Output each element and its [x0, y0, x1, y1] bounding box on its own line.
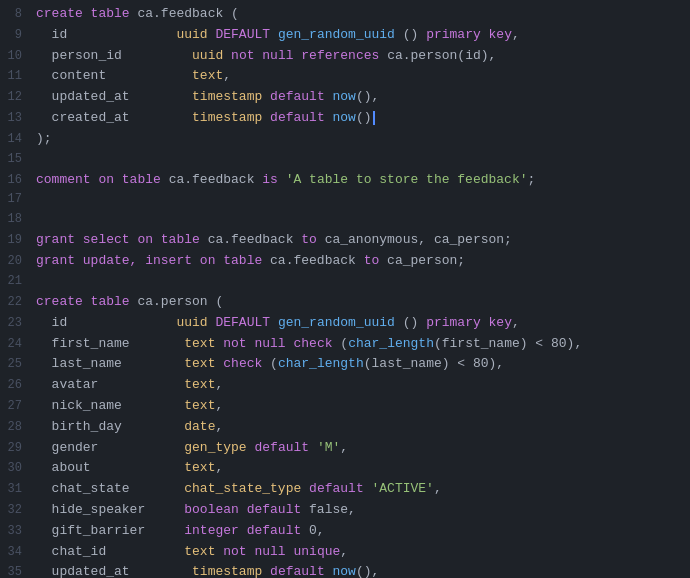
token	[122, 419, 184, 434]
token: DEFAULT	[208, 315, 278, 330]
token: text	[184, 398, 215, 413]
line-number: 10	[0, 47, 22, 66]
token: char_length	[278, 356, 364, 371]
token	[262, 89, 270, 104]
token	[98, 440, 184, 455]
line-number: 24	[0, 335, 22, 354]
code-line: 19grant select on table ca.feedback to c…	[0, 230, 690, 251]
token	[301, 481, 309, 496]
code-line: 29 gender gen_type default 'M',	[0, 438, 690, 459]
token: 0,	[301, 523, 324, 538]
token: 'ACTIVE'	[372, 481, 434, 496]
line-number: 19	[0, 231, 22, 250]
code-line: 8create table ca.feedback (	[0, 4, 690, 25]
code-editor: 8create table ca.feedback (9 id uuid DEF…	[0, 0, 690, 578]
token: grant select on table	[36, 232, 200, 247]
token: (	[262, 356, 278, 371]
token: uuid	[176, 27, 207, 42]
token	[91, 460, 185, 475]
token: default	[270, 564, 325, 578]
token: text	[184, 460, 215, 475]
line-number: 26	[0, 376, 22, 395]
token: text	[184, 377, 215, 392]
line-content: content text,	[36, 66, 678, 87]
token: chat_id	[36, 544, 106, 559]
line-content: gender gen_type default 'M',	[36, 438, 678, 459]
code-line: 32 hide_speaker boolean default false,	[0, 500, 690, 521]
token	[98, 377, 184, 392]
line-number: 23	[0, 314, 22, 333]
token	[130, 564, 192, 578]
token: primary key	[426, 315, 512, 330]
code-line: 18	[0, 210, 690, 230]
token: ,	[215, 398, 223, 413]
token: (),	[356, 89, 379, 104]
token: first_name	[36, 336, 130, 351]
line-content: updated_at timestamp default now(),	[36, 562, 678, 578]
code-line: 30 about text,	[0, 458, 690, 479]
token: (last_name) < 80),	[364, 356, 504, 371]
token: to	[364, 253, 380, 268]
token: chat_state	[36, 481, 130, 496]
token: ca.feedback	[262, 253, 363, 268]
line-number: 25	[0, 355, 22, 374]
token	[122, 398, 184, 413]
token: nick_name	[36, 398, 122, 413]
token	[130, 481, 185, 496]
token: ca.feedback (	[130, 6, 239, 21]
code-line: 13 created_at timestamp default now()	[0, 108, 690, 129]
line-content: created_at timestamp default now()	[36, 108, 678, 129]
token: not null	[223, 336, 285, 351]
text-cursor	[373, 111, 375, 125]
token: 'M'	[317, 440, 340, 455]
code-line: 11 content text,	[0, 66, 690, 87]
code-line: 28 birth_day date,	[0, 417, 690, 438]
token	[325, 89, 333, 104]
token: default	[247, 523, 302, 538]
line-number: 31	[0, 480, 22, 499]
token: gender	[36, 440, 98, 455]
line-content: updated_at timestamp default now(),	[36, 87, 678, 108]
line-number: 8	[0, 5, 22, 24]
token: uuid	[176, 315, 207, 330]
token: ,	[340, 544, 348, 559]
token: create table	[36, 294, 130, 309]
token: id	[36, 27, 67, 42]
token: text	[184, 356, 215, 371]
line-number: 33	[0, 522, 22, 541]
line-content: id uuid DEFAULT gen_random_uuid () prima…	[36, 25, 678, 46]
token: now	[333, 564, 356, 578]
token: ,	[340, 440, 348, 455]
code-line: 34 chat_id text not null unique,	[0, 542, 690, 563]
line-content: birth_day date,	[36, 417, 678, 438]
code-line: 35 updated_at timestamp default now(),	[0, 562, 690, 578]
token: default	[254, 440, 309, 455]
token: ,	[215, 419, 223, 434]
token: uuid	[192, 48, 223, 63]
line-content: chat_id text not null unique,	[36, 542, 678, 563]
token	[239, 523, 247, 538]
line-content: create table ca.feedback (	[36, 4, 678, 25]
token: ,	[434, 481, 442, 496]
token: DEFAULT	[208, 27, 278, 42]
line-number: 27	[0, 397, 22, 416]
code-line: 17	[0, 190, 690, 210]
token: not null	[223, 544, 285, 559]
token	[122, 356, 184, 371]
code-line: 12 updated_at timestamp default now(),	[0, 87, 690, 108]
line-number: 30	[0, 459, 22, 478]
token: timestamp	[192, 110, 262, 125]
line-number: 32	[0, 501, 22, 520]
line-content: last_name text check (char_length(last_n…	[36, 354, 678, 375]
token: text	[192, 68, 223, 83]
token: not null	[231, 48, 293, 63]
line-number: 16	[0, 171, 22, 190]
token	[364, 481, 372, 496]
token	[67, 315, 176, 330]
token: ,	[512, 27, 520, 42]
line-content: hide_speaker boolean default false,	[36, 500, 678, 521]
token: date	[184, 419, 215, 434]
token	[130, 336, 185, 351]
token: ,	[512, 315, 520, 330]
code-line: 26 avatar text,	[0, 375, 690, 396]
